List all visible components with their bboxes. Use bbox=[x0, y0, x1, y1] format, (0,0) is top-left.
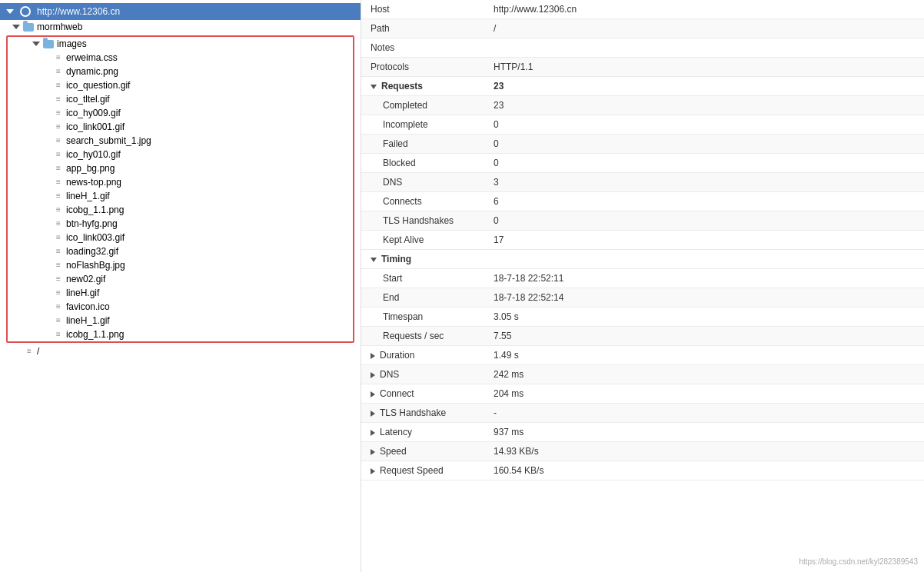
file-item[interactable]: ≡btn-hyfg.png bbox=[8, 217, 353, 231]
file-icon: ≡ bbox=[54, 191, 63, 201]
file-name: ico_tltel.gif bbox=[66, 94, 110, 105]
file-item[interactable]: ≡ico_hy010.gif bbox=[8, 148, 353, 161]
duration-value: 1.49 s bbox=[484, 346, 924, 365]
file-name: noFlashBg.jpg bbox=[66, 260, 125, 271]
file-icon: ≡ bbox=[54, 302, 63, 311]
mormhweb-item[interactable]: mormhweb bbox=[0, 20, 361, 34]
file-icon: ≡ bbox=[54, 81, 63, 90]
timespan-row: Timespan 3.05 s bbox=[361, 308, 924, 327]
completed-row: Completed 23 bbox=[361, 96, 924, 115]
file-name: ico_hy009.gif bbox=[66, 108, 121, 118]
kept-alive-value: 17 bbox=[484, 231, 924, 250]
file-item[interactable]: ≡icobg_1.1.png bbox=[8, 328, 353, 341]
tls-handshakes-row: TLS Handshakes 0 bbox=[361, 211, 924, 231]
file-item[interactable]: ≡lineH_1.gif bbox=[8, 189, 353, 203]
images-folder-icon bbox=[43, 40, 54, 48]
file-name: favicon.ico bbox=[66, 301, 110, 312]
file-item[interactable]: ≡ico_hy009.gif bbox=[8, 106, 353, 120]
req-sec-value: 7.55 bbox=[484, 327, 924, 346]
slash-label: / bbox=[37, 346, 39, 357]
file-icon: ≡ bbox=[54, 136, 63, 145]
root-label: http://www.12306.cn bbox=[37, 6, 120, 17]
dns2-expand-icon bbox=[371, 372, 375, 378]
requests-label: Requests bbox=[361, 77, 484, 96]
file-icon: ≡ bbox=[54, 150, 63, 159]
completed-value: 23 bbox=[484, 96, 924, 115]
file-item[interactable]: ≡news-top.png bbox=[8, 175, 353, 189]
file-icon: ≡ bbox=[54, 164, 63, 173]
speed-row[interactable]: Speed 14.93 KB/s bbox=[361, 442, 924, 461]
file-item[interactable]: ≡icobg_1.1.png bbox=[8, 203, 353, 217]
file-icon: ≡ bbox=[54, 219, 63, 228]
incomplete-label: Incomplete bbox=[361, 115, 484, 135]
latency-label: Latency bbox=[361, 423, 484, 442]
file-icon: ≡ bbox=[54, 247, 63, 256]
dns2-label: DNS bbox=[361, 365, 484, 384]
req-speed-value: 160.54 KB/s bbox=[484, 461, 924, 481]
timing-header-row[interactable]: Timing bbox=[361, 250, 924, 269]
file-item[interactable]: ≡favicon.ico bbox=[8, 300, 353, 314]
file-item[interactable]: ≡erweima.css bbox=[8, 51, 353, 65]
root-item[interactable]: http://www.12306.cn bbox=[0, 3, 361, 20]
notes-row: Notes bbox=[361, 38, 924, 58]
dns-row: DNS 3 bbox=[361, 173, 924, 192]
dns2-value: 242 ms bbox=[484, 365, 924, 384]
file-item[interactable]: ≡ico_link001.gif bbox=[8, 120, 353, 134]
file-icon: ≡ bbox=[54, 330, 63, 339]
dns2-row[interactable]: DNS 242 ms bbox=[361, 365, 924, 384]
timespan-label: Timespan bbox=[361, 308, 484, 327]
tls-row[interactable]: TLS Handshake - bbox=[361, 404, 924, 423]
blocked-row: Blocked 0 bbox=[361, 154, 924, 173]
file-item[interactable]: ≡ico_question.gif bbox=[8, 78, 353, 92]
latency-value: 937 ms bbox=[484, 423, 924, 442]
requests-collapse-icon bbox=[371, 85, 377, 89]
file-item[interactable]: ≡search_submit_1.jpg bbox=[8, 134, 353, 148]
file-icon: ≡ bbox=[54, 178, 63, 187]
images-container: images ≡erweima.css≡dynamic.png≡ico_ques… bbox=[6, 35, 354, 343]
kept-alive-label: Kept Alive bbox=[361, 231, 484, 250]
file-item[interactable]: ≡noFlashBg.jpg bbox=[8, 258, 353, 272]
file-item[interactable]: ≡loading32.gif bbox=[8, 244, 353, 258]
latency-row[interactable]: Latency 937 ms bbox=[361, 423, 924, 442]
requests-header-row[interactable]: Requests 23 bbox=[361, 77, 924, 96]
protocols-label: Protocols bbox=[361, 58, 484, 77]
file-item[interactable]: ≡lineH.gif bbox=[8, 286, 353, 300]
blocked-label: Blocked bbox=[361, 154, 484, 173]
file-name: app_bg.png bbox=[66, 163, 115, 174]
file-item[interactable]: ≡ico_link003.gif bbox=[8, 231, 353, 244]
tls-value: - bbox=[484, 404, 924, 423]
file-icon: ≡ bbox=[54, 122, 63, 131]
speed-value: 14.93 KB/s bbox=[484, 442, 924, 461]
file-icon: ≡ bbox=[54, 316, 63, 325]
failed-label: Failed bbox=[361, 135, 484, 154]
connect-row[interactable]: Connect 204 ms bbox=[361, 384, 924, 404]
images-label: images bbox=[57, 38, 87, 49]
host-row: Host http://www.12306.cn bbox=[361, 0, 924, 19]
duration-label: Duration bbox=[361, 346, 484, 365]
slash-item[interactable]: ≡ / bbox=[0, 344, 361, 358]
incomplete-value: 0 bbox=[484, 115, 924, 135]
start-row: Start 18-7-18 22:52:11 bbox=[361, 269, 924, 288]
failed-row: Failed 0 bbox=[361, 135, 924, 154]
speed-label: Speed bbox=[361, 442, 484, 461]
incomplete-row: Incomplete 0 bbox=[361, 115, 924, 135]
right-panel: Host http://www.12306.cn Path / Notes Pr… bbox=[361, 0, 924, 572]
file-item[interactable]: ≡new02.gif bbox=[8, 272, 353, 286]
watermark: https://blog.csdn.net/kyl282389543 bbox=[799, 557, 918, 566]
images-item[interactable]: images bbox=[8, 37, 353, 51]
file-item[interactable]: ≡lineH_1.gif bbox=[8, 314, 353, 328]
file-item[interactable]: ≡app_bg.png bbox=[8, 161, 353, 175]
file-name: dynamic.png bbox=[66, 66, 118, 77]
req-speed-row[interactable]: Request Speed 160.54 KB/s bbox=[361, 461, 924, 481]
path-value: / bbox=[484, 19, 924, 38]
file-item[interactable]: ≡dynamic.png bbox=[8, 65, 353, 78]
mormhweb-expand-icon bbox=[12, 25, 20, 29]
timing-value bbox=[484, 250, 924, 269]
file-name: icobg_1.1.png bbox=[66, 329, 124, 340]
file-item[interactable]: ≡ico_tltel.gif bbox=[8, 92, 353, 106]
dns-label: DNS bbox=[361, 173, 484, 192]
connect-expand-icon bbox=[371, 391, 375, 397]
start-value: 18-7-18 22:52:11 bbox=[484, 269, 924, 288]
duration-row[interactable]: Duration 1.49 s bbox=[361, 346, 924, 365]
duration-expand-icon bbox=[371, 353, 375, 359]
